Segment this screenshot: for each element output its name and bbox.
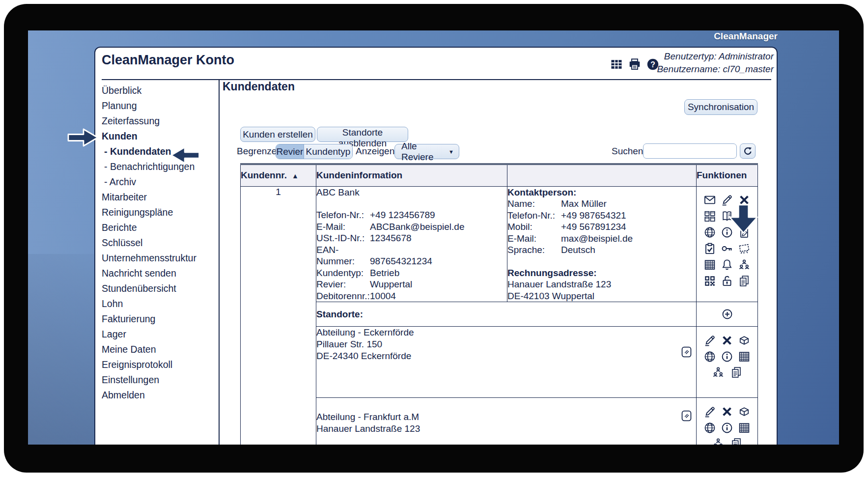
reviere-dropdown[interactable]: Alle Reviere ▼ [394, 144, 459, 159]
location-functions-cell [697, 398, 758, 445]
billing-line: DE-42103 Wuppertal [507, 290, 696, 302]
sidebar-item-fakturierung[interactable]: Fakturierung [102, 311, 218, 327]
sidebar-item-einstellungen[interactable]: Einstellungen [102, 372, 218, 388]
synchronisation-button[interactable]: Synchronisation [684, 99, 757, 115]
documents-icon[interactable] [738, 275, 751, 287]
calendar-grid-icon[interactable] [703, 258, 716, 271]
field-value: 10004 [370, 290, 396, 302]
key-icon[interactable] [721, 242, 733, 255]
function-icon-row [697, 437, 757, 445]
calendar-grid-icon[interactable] [738, 421, 751, 434]
org-people-icon[interactable] [712, 437, 725, 445]
sidebar-item-zeiterfassung[interactable]: Zeiterfassung [102, 113, 218, 129]
header-divider [102, 79, 771, 80]
location-functions-cell [697, 327, 758, 398]
sidebar-item-meine-daten[interactable]: Meine Daten [102, 342, 218, 357]
field-value: Wuppertal [370, 279, 412, 290]
location-cell: Abteilung - Frankfurt a.M Hanauer Landst… [316, 398, 697, 445]
globe-icon[interactable] [703, 350, 716, 363]
sidebar-item-mitarbeiter[interactable]: Mitarbeiter [102, 190, 218, 205]
sidebar-item-nachricht-senden[interactable]: Nachricht senden [102, 266, 218, 281]
field-label: Revier: [316, 279, 370, 290]
app-window: CleanManager Konto Benutzertyp: Administ… [94, 47, 778, 445]
sidebar-divider [219, 80, 220, 445]
plus-circle-icon[interactable] [721, 308, 733, 320]
bell-icon[interactable] [721, 258, 733, 271]
location-line: Abteilung - Eckernförde [316, 327, 696, 338]
kundentyp-toggle[interactable]: Kundentyp [304, 144, 352, 159]
refresh-button[interactable] [740, 143, 756, 159]
field-label: E-Mail: [316, 221, 370, 233]
info-icon[interactable] [721, 350, 733, 363]
field-value: +49 567891234 [561, 221, 626, 233]
delete-x-icon[interactable] [721, 334, 733, 347]
hide-locations-button[interactable]: Standorte ausblenden [317, 127, 408, 142]
field-value: Betrieb [370, 267, 399, 279]
delete-x-icon[interactable] [721, 405, 733, 418]
documents-icon[interactable] [730, 366, 743, 379]
location-line: DE-24340 Eckernförde [316, 350, 696, 362]
customer-number: 1 [241, 186, 316, 445]
sidebar-item-ereignisprotokoll[interactable]: Ereignisprotokoll [102, 357, 218, 372]
qr-code-icon[interactable] [703, 275, 716, 287]
note-icon[interactable] [679, 344, 694, 360]
mail-icon[interactable] [703, 194, 716, 206]
table-header-row: Kundennr.▲ Kundeninformation Funktionen [241, 164, 758, 186]
org-people-icon[interactable] [738, 258, 751, 271]
sidebar-item-schluessel[interactable]: Schlüssel [102, 235, 218, 251]
edit-pencil-icon[interactable] [703, 334, 716, 347]
unlock-icon[interactable] [721, 275, 733, 287]
sidebar-item-abmelden[interactable]: Abmelden [102, 388, 218, 403]
search-input[interactable] [643, 143, 737, 159]
field-label: Name: [507, 198, 561, 210]
column-header-kundennr[interactable]: Kundennr.▲ [241, 164, 316, 186]
sidebar-item-ueberblick[interactable]: Überblick [102, 83, 218, 98]
clipboard-check-icon[interactable] [703, 242, 716, 255]
header-toolbar [610, 57, 660, 71]
refresh-icon [743, 146, 753, 156]
user-name: Benutzername: cl70_master [657, 63, 774, 76]
field-value: Max Müller [561, 198, 607, 210]
field-label: Debitorennr.: [316, 290, 370, 302]
edit-pencil-icon[interactable] [703, 405, 716, 418]
org-people-icon[interactable] [712, 366, 725, 379]
function-icon-grid [697, 187, 757, 287]
field-value: ABCBank@beispiel.de [370, 221, 465, 233]
globe-icon[interactable] [703, 421, 716, 434]
sidebar-item-unternehmensstruktur[interactable]: Unternehmensstruktur [102, 251, 218, 266]
globe-icon[interactable] [703, 226, 716, 239]
field-label: USt.-ID-Nr.: [316, 232, 370, 244]
field-label: Sprache: [507, 244, 561, 256]
box3d-icon[interactable] [738, 334, 751, 347]
board-icon[interactable] [738, 242, 751, 255]
customer-name: ABC Bank [316, 187, 507, 198]
sidebar-item-planung[interactable]: Planung [102, 98, 218, 113]
print-icon[interactable] [628, 57, 642, 71]
page-title: Kundendaten [223, 80, 295, 93]
annotation-arrow-down-icon [728, 204, 759, 234]
info-icon[interactable] [721, 421, 733, 434]
sort-asc-icon[interactable]: ▲ [292, 172, 299, 180]
revier-toggle[interactable]: Revier [276, 144, 304, 159]
sidebar-item-reinigungsplaene[interactable]: Reinigungspläne [102, 205, 218, 220]
field-value: 12345678 [370, 232, 412, 244]
location-line: Hanauer Landstraße 123 [316, 423, 696, 435]
duplicate-icon[interactable] [703, 210, 716, 223]
sidebar-item-kunden[interactable]: Kunden [102, 129, 218, 144]
table-icon[interactable] [610, 57, 623, 71]
sidebar-item-berichte[interactable]: Berichte [102, 220, 218, 235]
suchen-label: Suchen: [612, 146, 646, 157]
documents-icon[interactable] [730, 437, 743, 445]
calendar-grid-icon[interactable] [738, 350, 751, 363]
note-icon[interactable] [679, 408, 694, 423]
sidebar-item-archiv[interactable]: - Archiv [102, 174, 218, 190]
field-label: E-Mail: [507, 233, 561, 245]
function-icon-row [697, 366, 757, 379]
sidebar-item-lager[interactable]: Lager [102, 327, 218, 342]
create-customer-button[interactable]: Kunden erstellen [240, 127, 315, 142]
box3d-icon[interactable] [738, 405, 751, 418]
column-header-blank [507, 164, 697, 186]
sidebar-item-lohn[interactable]: Lohn [102, 296, 218, 311]
sidebar-item-stundenuebersicht[interactable]: Stundenübersicht [102, 281, 218, 296]
location-line: Pillauer Str. 150 [316, 338, 696, 350]
